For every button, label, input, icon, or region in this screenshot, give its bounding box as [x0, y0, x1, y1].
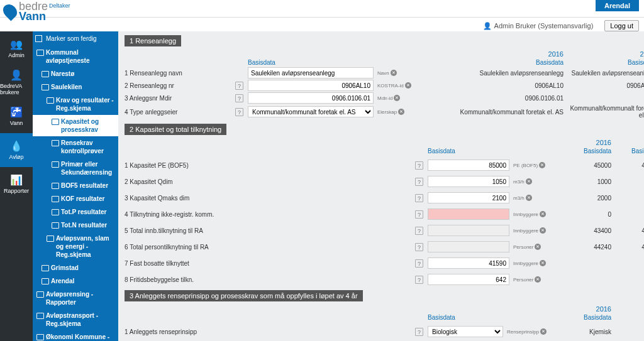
folder-icon — [52, 140, 58, 145]
tree-krav[interactable]: Krav og resultater - Reg.skjema — [33, 94, 118, 115]
tree-totp[interactable]: Tot.P resultater — [33, 205, 118, 219]
row-input[interactable] — [428, 208, 509, 220]
year-2015[interactable]: 2015 — [615, 305, 644, 313]
help-icon[interactable]: ? — [415, 194, 423, 202]
year-2016[interactable]: 2016 — [555, 305, 611, 313]
year-2015[interactable]: 2015 — [615, 139, 644, 146]
s1r4-tag: Eierskap✕ — [377, 109, 434, 115]
table-row: 5 Total innb.tilknytning til RA?Innbygge… — [125, 225, 638, 236]
nav-rail: 👥Admin 👤BedreVA brukere 🚰Vann 💧Avløp 📊Ra… — [0, 31, 33, 341]
section2-header: 2 Kapasitet og total tilknytning — [125, 124, 226, 135]
tree-rensing-rap[interactable]: Avløpsrensing - Rapporter — [33, 288, 118, 309]
tree-arendal[interactable]: Arendal — [33, 274, 118, 288]
year-2016[interactable]: 2016 — [438, 50, 564, 58]
help-icon[interactable]: ? — [415, 178, 423, 186]
basis-left[interactable]: Basisdata — [248, 59, 374, 66]
tree-naresto[interactable]: Narestø — [33, 67, 118, 80]
row-input[interactable] — [428, 241, 509, 252]
users-icon: 👥 — [10, 39, 23, 50]
clear-icon[interactable]: ✕ — [535, 276, 541, 283]
clear-icon[interactable]: ✕ — [526, 195, 532, 201]
clear-icon[interactable]: ✕ — [540, 260, 546, 266]
row-input[interactable] — [428, 176, 509, 187]
basis-2016[interactable]: Basisdata — [561, 148, 611, 154]
rail-vann[interactable]: 🚰Vann — [0, 99, 33, 133]
main-content: 1 Renseanlegg 2016 2015 Basisdata Basisd… — [118, 31, 644, 341]
help-icon[interactable]: ? — [415, 227, 423, 235]
rail-brukere[interactable]: 👤BedreVA brukere — [0, 65, 33, 99]
folder-icon — [47, 97, 53, 102]
row-label: 4 Tilknytning ikke-registr. komm. — [125, 211, 231, 218]
row-c1: 43400 — [561, 227, 611, 234]
basis-2015[interactable]: Basisdata — [615, 314, 644, 321]
help-icon[interactable]: ? — [415, 243, 423, 251]
help-icon[interactable]: ? — [415, 161, 423, 170]
folder-icon — [36, 50, 43, 55]
basis-left[interactable]: Basisdata — [428, 314, 503, 321]
clear-icon[interactable]: ✕ — [398, 109, 404, 115]
clear-icon[interactable]: ✕ — [394, 95, 400, 101]
year-2015[interactable]: 2015 — [567, 50, 644, 58]
tree-transport[interactable]: Avløpstransport - Reg.skjema — [33, 309, 118, 330]
clear-icon[interactable]: ✕ — [540, 211, 546, 217]
rail-admin[interactable]: 👥Admin — [0, 31, 33, 65]
clear-icon[interactable]: ✕ — [540, 227, 546, 234]
tree-kapasitet[interactable]: Kapasitet og prosesskrav — [33, 115, 118, 136]
folder-icon — [52, 161, 58, 166]
help-icon[interactable]: ? — [235, 108, 243, 116]
clear-icon[interactable]: ✕ — [391, 70, 397, 76]
row-input[interactable] — [428, 274, 509, 285]
tree-totn[interactable]: Tot.N resultater — [33, 219, 118, 232]
s1r2-input[interactable] — [248, 80, 374, 91]
row-select[interactable]: Biologisk — [428, 326, 503, 337]
tree-rensekrav[interactable]: Rensekrav kontrollprøver — [33, 136, 118, 158]
row-input[interactable] — [428, 257, 509, 269]
basis-2015[interactable]: Basisdata — [615, 148, 644, 154]
row-input[interactable] — [428, 225, 509, 236]
tree-slam[interactable]: Avløpsvann, slam og energi - Reg.skjema — [33, 232, 118, 261]
basis-2015[interactable]: Basisdata — [567, 59, 644, 66]
help-icon[interactable]: ? — [235, 82, 243, 90]
help-icon[interactable]: ? — [415, 210, 423, 219]
clear-icon[interactable]: ✕ — [535, 244, 541, 250]
s1r1-input[interactable] — [248, 67, 374, 78]
clear-icon[interactable]: ✕ — [539, 162, 545, 168]
logout-button[interactable]: Logg ut — [604, 20, 639, 31]
clear-icon[interactable]: ✕ — [540, 328, 547, 335]
help-icon[interactable]: ? — [415, 259, 423, 268]
tree-bof5[interactable]: BOF5 resultater — [33, 179, 118, 192]
tree-kommunal[interactable]: Kommunal avløpstjeneste — [33, 46, 118, 67]
rail-rapporter[interactable]: 📊Rapporter — [0, 167, 33, 201]
tree-okonomi[interactable]: Økonomi Kommune - Reg.skjema — [33, 330, 118, 341]
row-tag: Personer✕ — [513, 276, 557, 283]
year-2016[interactable]: 2016 — [561, 139, 611, 146]
rail-avlop[interactable]: 💧Avløp — [0, 133, 33, 167]
row-tag: Renseprinsipp✕ — [507, 328, 551, 335]
folder-icon — [52, 209, 58, 214]
clear-icon[interactable]: ✕ — [405, 82, 411, 89]
row-input[interactable] — [428, 160, 509, 171]
basis-2016[interactable]: Basisdata — [555, 314, 611, 321]
checkbox-icon[interactable] — [35, 35, 42, 42]
tree-saulekilen[interactable]: Saulekilen — [33, 80, 118, 94]
row-label: 1 Anleggets renseprinsipp — [125, 328, 238, 335]
row-label: 7 Fast bosatte tilknyttet — [125, 260, 231, 267]
s1r4-select[interactable]: Kommunalt/kommunalt foretak el. AS — [248, 106, 374, 117]
help-icon[interactable]: ? — [235, 94, 243, 102]
row-label: 1 Kapasitet PE (BOF5) — [125, 162, 231, 169]
basis-left[interactable]: Basisdata — [428, 148, 509, 154]
mark-done[interactable]: Marker som ferdig — [33, 34, 118, 46]
user-name: Admin Bruker (Systemansvarlig) — [494, 22, 594, 30]
tree-primar[interactable]: Primær eller Sekundærensing — [33, 158, 118, 179]
tree-kof[interactable]: KOF resultater — [33, 192, 118, 205]
table-row: 7 Fast bosatte tilknyttet?Innbyggere✕ — [125, 257, 638, 269]
row-tag: m3/h✕ — [513, 195, 557, 201]
tree-grimstad[interactable]: Grimstad — [33, 261, 118, 274]
clear-icon[interactable]: ✕ — [526, 178, 532, 185]
row-input[interactable] — [428, 192, 509, 203]
help-icon[interactable]: ? — [415, 328, 423, 336]
s1r3-input[interactable] — [248, 92, 374, 104]
help-icon[interactable]: ? — [415, 276, 423, 284]
basis-2016[interactable]: Basisdata — [438, 59, 564, 66]
row-c2: 41036 — [615, 227, 644, 234]
